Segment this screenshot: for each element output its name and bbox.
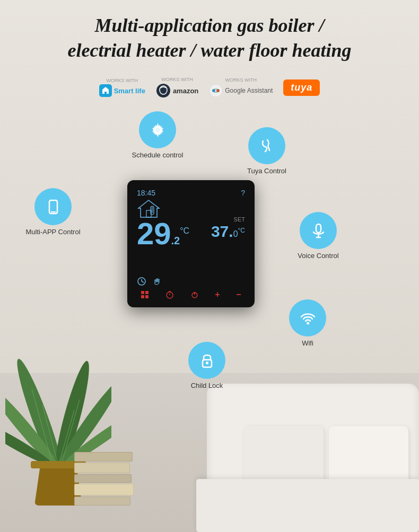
svg-point-13 [210, 84, 222, 97]
thermo-screen: 18:45 ? 29 .2 °C SET 37. 0 °C [133, 185, 249, 302]
schedule-circle [139, 111, 176, 148]
tuya-badge: tuya [283, 79, 320, 96]
wifi-icon [299, 309, 317, 327]
smart-life-name: Smart life [114, 87, 145, 95]
voice-circle [300, 212, 337, 249]
google-logo: Google Assistant [209, 84, 273, 97]
multi-app-label: Multi-APP Control [21, 228, 85, 236]
thermo-time: 18:45 [137, 189, 155, 197]
works-with-label-2: WORKS WITH [161, 77, 193, 82]
schedule-label: Schedule control [128, 151, 187, 159]
set-temp-display: SET 37. 0 °C [211, 216, 245, 241]
svg-point-24 [206, 361, 208, 364]
brands-row: WORKS WITH Smart life WORKS WITH amazon … [0, 77, 419, 98]
voice-label: Voice Control [289, 252, 347, 260]
mic-icon [309, 221, 328, 240]
title-area: Multi-application gas boiler / electrial… [0, 8, 419, 68]
book-3 [74, 474, 132, 483]
brand-google: WORKS WITH Google Assistant [209, 77, 273, 97]
wifi-label: Wifi [289, 339, 326, 347]
works-with-label-3: WORKS WITH [225, 77, 257, 83]
brand-tuya: tuya [283, 79, 320, 96]
svg-rect-35 [145, 295, 149, 298]
power-icon [190, 290, 199, 299]
thermo-controls: + − [133, 290, 249, 299]
lock-icon [198, 351, 216, 370]
smart-life-icon [99, 84, 112, 97]
temp-main: 29 [137, 218, 171, 249]
google-name: Google Assistant [225, 87, 273, 94]
set-label: SET [211, 216, 245, 223]
phone-icon [44, 198, 63, 216]
set-decimal: 0 [233, 229, 238, 239]
svg-line-31 [142, 281, 144, 282]
set-temp: 37. [211, 223, 233, 241]
thermo-temp-display: 29 .2 °C [137, 218, 189, 249]
book-1 [74, 452, 133, 462]
amazon-icon [156, 83, 171, 98]
book-5 [74, 496, 130, 506]
multi-app-circle [34, 188, 72, 225]
tuya-circle [248, 127, 285, 164]
plant-svg [5, 309, 111, 474]
timer-icon [165, 290, 174, 299]
smart-life-logo: Smart life [99, 84, 145, 97]
works-with-label-1: WORKS WITH [107, 78, 138, 83]
svg-rect-33 [145, 291, 149, 294]
svg-rect-32 [141, 291, 144, 294]
book-2 [74, 463, 130, 473]
hand-icon [152, 277, 161, 286]
tuya-icon [258, 137, 276, 155]
books-stack [74, 452, 133, 506]
temp-decimal: .2 [171, 235, 180, 247]
wifi-circle [289, 299, 326, 336]
set-degree: °C [238, 227, 245, 234]
brand-smart-life: WORKS WITH Smart life [99, 78, 145, 97]
amazon-name: amazon [173, 87, 198, 95]
svg-rect-20 [316, 224, 321, 233]
plant-area [5, 304, 127, 506]
thermo-question: ? [241, 189, 245, 197]
tuya-label: Tuya Control [238, 167, 296, 175]
thermostat-device: 18:45 ? 29 .2 °C SET 37. 0 °C [127, 180, 255, 307]
book-4 [74, 484, 134, 495]
svg-rect-28 [152, 207, 153, 213]
child-lock-circle [188, 342, 225, 379]
google-assistant-icon [209, 84, 223, 97]
child-lock-label: Child Lock [178, 382, 236, 389]
clock-icon [137, 277, 146, 286]
sofa [196, 384, 419, 532]
minus-icon: − [236, 290, 241, 299]
temp-degree: °C [180, 226, 189, 236]
thermo-bottom-icons [137, 277, 161, 286]
amazon-logo: amazon [156, 83, 198, 98]
plus-icon: + [215, 290, 220, 299]
grid-icon [141, 290, 149, 299]
set-temp-row: 37. 0 °C [211, 223, 245, 241]
brand-amazon: WORKS WITH amazon [156, 77, 198, 98]
main-title: Multi-application gas boiler / electrial… [21, 13, 398, 63]
svg-rect-34 [141, 295, 144, 298]
svg-point-25 [307, 322, 309, 324]
sofa-seat [196, 479, 419, 532]
gear-icon [149, 121, 167, 139]
